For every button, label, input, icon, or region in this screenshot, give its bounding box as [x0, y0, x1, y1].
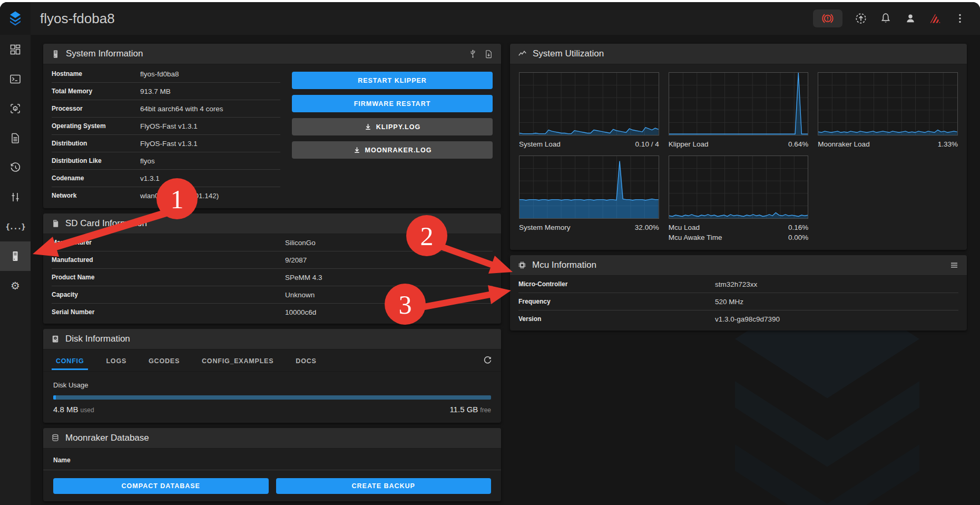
person-icon — [904, 12, 917, 25]
system-information-card: System Information — [43, 44, 501, 208]
tab-config-examples[interactable]: CONFIG_EXAMPLES — [198, 351, 278, 370]
table-row: Hostnameflyos-fd0ba8 — [52, 65, 280, 83]
system-memory-monitor: System Memory32.00% — [519, 156, 659, 241]
layers-logo-icon — [6, 9, 24, 27]
table-row: DistributionFlyOS-Fast v1.3.1 — [52, 135, 280, 152]
page-title: flyos-fdoba8 — [40, 11, 115, 27]
sd-card-header: SD Card Information — [43, 213, 501, 234]
refresh-button[interactable] — [482, 355, 493, 366]
system-information-body: Hostnameflyos-fd0ba8 Total Memory913.7 M… — [43, 64, 501, 208]
klipper-load-chart — [669, 72, 809, 135]
table-row: Manufactured9/2087 — [52, 251, 493, 269]
code-braces-icon: {...} — [5, 222, 25, 231]
system-utilization-header: System Utilization — [510, 44, 967, 64]
download-icon — [364, 123, 372, 131]
usb-icon — [468, 49, 478, 59]
utilization-grid: System Load0.10 / 4 Klipper Load0.64% Mo… — [510, 64, 967, 250]
emergency-stop-button[interactable] — [813, 9, 842, 27]
disk-usage-title: Disk Usage — [53, 381, 491, 389]
left-column: System Information — [43, 44, 501, 505]
empty-monitor-slot — [818, 156, 958, 241]
brand-logo[interactable] — [929, 12, 942, 25]
red-triangle-logo-icon — [929, 12, 942, 25]
app-window: flyos-fdoba8 — [0, 2, 980, 505]
table-row: Processor64bit aarch64 with 4 cores — [52, 100, 280, 118]
hard-disk-icon — [51, 334, 60, 344]
overflow-menu-button[interactable] — [954, 12, 966, 25]
mcu-menu-button[interactable] — [949, 260, 959, 270]
tab-docs[interactable]: DOCS — [291, 351, 320, 370]
moonraker-log-button[interactable]: MOONRAKER.LOG — [292, 141, 493, 159]
sidebar-item-preview[interactable] — [0, 94, 31, 123]
chart-line-icon — [517, 49, 527, 59]
disk-information-header: Disk Information — [43, 329, 501, 349]
sidebar-item-jobs[interactable] — [0, 123, 31, 153]
firmware-restart-button[interactable]: FIRMWARE RESTART — [292, 95, 493, 112]
file-restore-button[interactable] — [483, 48, 494, 59]
mcu-load-monitor: Mcu Load0.16% Mcu Awake Time0.00% — [669, 156, 809, 241]
server-tower-icon — [9, 250, 22, 263]
tune-icon — [9, 191, 22, 203]
software-update-button[interactable] — [855, 12, 867, 25]
disk-tabs: CONFIG LOGS GCODES CONFIG_EXAMPLES DOCS — [43, 349, 501, 372]
mcu-information-header: Mcu Information — [510, 255, 967, 276]
table-row: Serial Number10000c6d — [52, 304, 493, 321]
tab-config[interactable]: CONFIG — [52, 351, 88, 370]
refresh-icon — [483, 355, 493, 365]
bell-icon — [879, 12, 892, 25]
disk-usage-stats: 4.8 MBused 11.5 GBfree — [53, 405, 491, 414]
table-row: ManufacturerSiliconGo — [52, 234, 493, 251]
sd-card-information-card: SD Card Information ManufacturerSiliconG… — [43, 213, 501, 324]
history-icon — [9, 161, 22, 174]
moonraker-load-monitor: Moonraker Load1.33% — [818, 72, 958, 148]
system-memory-chart — [519, 156, 659, 219]
sidebar-item-dashboard[interactable] — [0, 35, 31, 64]
table-row: Codenamev1.3.1 — [52, 170, 280, 187]
progress-upload-icon — [855, 12, 867, 25]
app-logo[interactable] — [0, 2, 31, 35]
table-row: Networkwlan0 (192.168.101.142) — [52, 187, 280, 204]
card-title: System Utilization — [533, 48, 604, 59]
card-title: Moonraker Database — [65, 433, 149, 443]
dots-vertical-icon — [954, 12, 966, 25]
card-title: Mcu Information — [532, 260, 596, 270]
create-backup-button[interactable]: CREATE BACKUP — [276, 478, 492, 494]
dashboard-icon — [9, 43, 22, 56]
gear-icon: ⚙ — [11, 280, 20, 291]
disk-usage-bar-used — [53, 395, 56, 400]
moonraker-load-chart — [818, 72, 958, 135]
card-title: Disk Information — [65, 334, 130, 344]
topbar-actions — [813, 9, 980, 27]
disk-usage-panel: Disk Usage 4.8 MBused 11.5 GBfree — [43, 372, 501, 423]
printer-3d-scan-icon — [9, 102, 22, 115]
mcu-information-card: Mcu Information Micro-Controllerstm32h72… — [510, 255, 967, 331]
account-button[interactable] — [904, 12, 917, 25]
compact-database-button[interactable]: COMPACT DATABASE — [53, 478, 269, 494]
tab-logs[interactable]: LOGS — [102, 351, 131, 370]
database-icon — [51, 433, 60, 443]
sidebar-item-configure[interactable]: {...} — [0, 212, 31, 241]
sidebar-item-settings[interactable]: ⚙ — [0, 271, 31, 300]
top-bar: flyos-fdoba8 — [0, 2, 980, 35]
brake-alert-icon — [821, 12, 834, 25]
sidebar-item-system[interactable] — [0, 241, 31, 271]
tab-gcodes[interactable]: GCODES — [144, 351, 184, 370]
usb-devices-button[interactable] — [467, 48, 478, 59]
notifications-button[interactable] — [879, 12, 892, 25]
sd-card-icon — [51, 219, 60, 228]
table-row: Micro-Controllerstm32h723xx — [518, 276, 958, 293]
sidebar-item-console[interactable] — [0, 64, 31, 94]
sidebar-item-history[interactable] — [0, 153, 31, 182]
sidebar-item-tune[interactable] — [0, 182, 31, 212]
database-name-column-header: Name — [43, 449, 501, 470]
sidebar: {...} ⚙ — [0, 35, 31, 505]
disk-information-card: Disk Information CONFIG LOGS GCODES CONF… — [43, 329, 501, 423]
system-actions: RESTART KLIPPER FIRMWARE RESTART KLIPPY.… — [280, 65, 493, 204]
console-icon — [9, 73, 22, 85]
klippy-log-button[interactable]: KLIPPY.LOG — [292, 118, 493, 135]
restart-klipper-button[interactable]: RESTART KLIPPER — [292, 72, 493, 89]
moonraker-database-card: Moonraker Database Name COMPACT DATABASE… — [43, 428, 501, 501]
disk-used: 4.8 MBused — [53, 405, 94, 414]
file-restore-icon — [484, 49, 494, 59]
moonraker-database-header: Moonraker Database — [43, 428, 501, 449]
